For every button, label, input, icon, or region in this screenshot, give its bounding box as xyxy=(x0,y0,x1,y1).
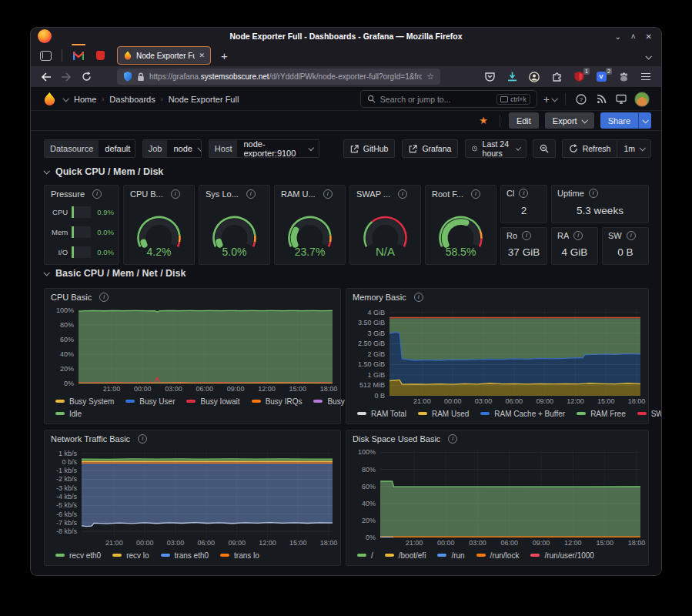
bookmark-star-icon[interactable]: ☆ xyxy=(426,72,434,82)
extensions-puzzle-icon[interactable] xyxy=(550,71,563,83)
extension-paw-icon[interactable] xyxy=(617,71,630,83)
panel-root-fs-gauge[interactable]: Root F...i 58.5% xyxy=(425,185,496,265)
window-maximize-button[interactable]: ˄ xyxy=(631,32,636,41)
grafana-logo[interactable] xyxy=(42,92,57,106)
panel-swap-total[interactable]: SWi 0 B xyxy=(602,227,649,265)
panel-sys-load-gauge[interactable]: Sys Lo...i 5.0% xyxy=(199,185,270,265)
info-icon[interactable]: i xyxy=(414,293,423,302)
zoom-out-button[interactable] xyxy=(533,139,556,158)
grafana-link-button[interactable]: Grafana xyxy=(402,139,458,158)
active-tab[interactable]: Node Exporter Full - Dashbo ✕ xyxy=(117,46,211,65)
panel-network-traffic-basic[interactable]: Network Traffic Basici 1 kb/s0 b/s-1 kb/… xyxy=(44,430,341,566)
plot-area[interactable] xyxy=(389,307,640,396)
legend-item[interactable]: Idle xyxy=(55,410,82,418)
window-close-button[interactable]: ✕ xyxy=(646,32,652,41)
breadcrumb-dashboards[interactable]: Dashboards xyxy=(109,95,155,104)
legend-item[interactable]: trans lo xyxy=(220,551,259,560)
tab-close-icon[interactable]: ✕ xyxy=(199,52,205,59)
pinned-tab-gmail[interactable] xyxy=(69,46,88,65)
variable-select[interactable]: node-exporter:9100 xyxy=(237,140,319,157)
section-basic-cpu-mem-net-disk[interactable]: Basic CPU / Mem / Net / Disk xyxy=(44,268,186,279)
legend-item[interactable]: Busy Iowait xyxy=(186,397,239,406)
variable-select[interactable]: default xyxy=(99,140,135,157)
github-link-button[interactable]: GitHub xyxy=(343,139,396,158)
legend-item[interactable]: Busy System xyxy=(55,397,114,406)
help-icon[interactable]: ? xyxy=(574,92,588,106)
plot-area[interactable] xyxy=(79,307,333,383)
list-all-tabs-icon[interactable] xyxy=(646,49,650,62)
share-button[interactable]: Share xyxy=(600,112,638,129)
info-icon[interactable]: i xyxy=(92,189,102,199)
info-icon[interactable]: i xyxy=(398,189,407,199)
legend-item[interactable]: RAM Cache + Buffer xyxy=(480,410,565,418)
panel-swap-used-gauge[interactable]: SWAP ...i N/A xyxy=(349,185,421,265)
info-icon[interactable]: i xyxy=(471,189,480,199)
legend-item[interactable]: recv eth0 xyxy=(55,551,101,560)
edit-button[interactable]: Edit xyxy=(509,112,539,129)
panel-cpu-cores[interactable]: Cli 2 xyxy=(500,185,547,223)
legend-item[interactable]: /run xyxy=(437,551,464,560)
legend-item[interactable]: Busy IRQs xyxy=(252,397,303,406)
time-range-picker[interactable]: Last 24 hours xyxy=(465,139,526,158)
panel-pressure[interactable]: Pressurei CPU 0.9% Mem 0.0% I/O xyxy=(44,185,119,265)
panel-ram-used-gauge[interactable]: RAM U...i 23.7% xyxy=(274,185,346,265)
legend-item[interactable]: RAM Total xyxy=(357,410,406,418)
panel-rootfs-total[interactable]: Roi 37 GiB xyxy=(500,227,547,265)
variable-select[interactable]: node xyxy=(167,140,201,157)
reload-button[interactable] xyxy=(80,71,92,83)
info-icon[interactable]: i xyxy=(138,434,147,444)
pinned-tab-red[interactable] xyxy=(91,46,109,65)
refresh-button[interactable]: Refresh xyxy=(562,139,617,158)
legend-item[interactable]: Busy User xyxy=(125,397,175,406)
news-rss-icon[interactable] xyxy=(594,92,608,106)
legend-item[interactable]: SWAP Used xyxy=(637,410,661,418)
legend-item[interactable]: trans eth0 xyxy=(161,551,209,560)
section-quick-cpu-mem-disk[interactable]: Quick CPU / Mem / Disk xyxy=(44,166,163,177)
legend-item[interactable]: /run/lock xyxy=(476,551,520,560)
legend-item[interactable]: /run/user/1000 xyxy=(530,551,594,560)
extension-blue-v-icon[interactable]: V 2 xyxy=(595,71,607,83)
firefox-view-icon[interactable] xyxy=(40,51,52,61)
share-menu-button[interactable] xyxy=(638,112,651,129)
info-icon[interactable]: i xyxy=(519,189,528,198)
kiosk-monitor-icon[interactable] xyxy=(614,92,628,106)
panel-cpu-busy-gauge[interactable]: CPU B...i 4.2% xyxy=(123,185,195,265)
panel-uptime[interactable]: Uptimei 5.3 weeks xyxy=(551,185,649,223)
info-icon[interactable]: i xyxy=(99,293,109,302)
legend-item[interactable]: recv lo xyxy=(112,551,149,560)
info-icon[interactable]: i xyxy=(246,189,256,199)
export-button[interactable]: Export xyxy=(545,112,594,129)
chevron-down-icon[interactable] xyxy=(62,95,69,102)
info-icon[interactable]: i xyxy=(448,434,457,444)
pocket-icon[interactable] xyxy=(483,71,496,83)
breadcrumb-home[interactable]: Home xyxy=(74,95,96,104)
info-icon[interactable]: i xyxy=(589,189,598,198)
tracking-protection-shield-icon[interactable] xyxy=(123,72,132,82)
new-tab-button[interactable]: + xyxy=(221,50,228,62)
panel-ram-total[interactable]: RAi 4 GiB xyxy=(551,227,598,265)
search-input[interactable]: Search or jump to... ctrl+k xyxy=(360,90,537,108)
info-icon[interactable]: i xyxy=(323,189,333,199)
panel-cpu-basic[interactable]: CPU Basici 100%80%60%40%20%0%21:0000:000… xyxy=(44,288,341,424)
legend-item[interactable]: /boot/efi xyxy=(385,551,426,560)
favorite-star-icon[interactable]: ★ xyxy=(479,115,488,126)
legend-item[interactable]: RAM Free xyxy=(577,410,626,418)
url-bar[interactable]: https://grafana.systemsobscure.net/d/rYd… xyxy=(117,69,440,85)
plot-area[interactable] xyxy=(380,449,640,537)
panel-disk-space-used-basic[interactable]: Disk Space Used Basici 100%80%60%40%20%0… xyxy=(346,430,649,566)
info-icon[interactable]: i xyxy=(171,189,180,199)
back-button[interactable] xyxy=(40,71,52,83)
legend-item[interactable]: / xyxy=(357,551,373,560)
account-icon[interactable] xyxy=(528,71,540,83)
plot-area[interactable] xyxy=(82,449,333,537)
panel-memory-basic[interactable]: Memory Basici 4 GiB3.50 GiB3 GiB2.50 GiB… xyxy=(346,288,649,424)
info-icon[interactable]: i xyxy=(522,231,531,240)
refresh-interval-select[interactable]: 1m xyxy=(617,139,651,158)
menu-hamburger-icon[interactable] xyxy=(640,71,652,83)
forward-button[interactable] xyxy=(60,71,72,83)
user-avatar[interactable] xyxy=(634,92,650,107)
add-new-button[interactable]: + xyxy=(543,92,557,106)
window-minimize-button[interactable]: ⌄ xyxy=(614,32,620,41)
info-icon[interactable]: i xyxy=(627,231,636,240)
extension-red-shield-icon[interactable]: 1 xyxy=(573,71,585,83)
